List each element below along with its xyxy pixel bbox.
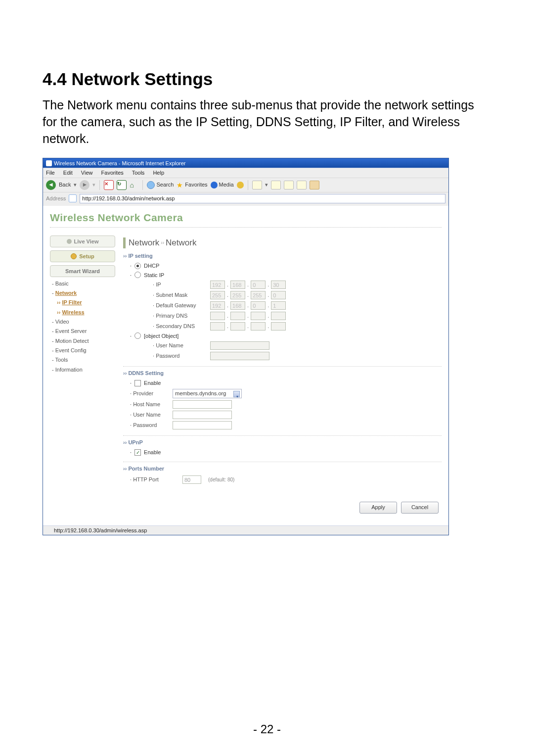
ddns-pass-input[interactable] [173, 421, 232, 429]
ddns-host-input[interactable] [173, 400, 232, 409]
pd-oct1[interactable] [210, 312, 225, 320]
radio-dhcp-row[interactable]: DHCP [130, 262, 442, 269]
print-button[interactable] [271, 181, 281, 189]
upnp-header: UPnP [123, 439, 442, 446]
sd-oct3[interactable] [251, 322, 266, 331]
sm-oct4[interactable]: 0 [271, 291, 286, 299]
sd-oct4[interactable] [271, 322, 286, 331]
pd-oct2[interactable] [230, 312, 245, 320]
research-button[interactable] [310, 181, 319, 189]
pppoe-pass-input[interactable] [210, 352, 269, 360]
history-button[interactable] [237, 182, 244, 189]
http-port-row: HTTP Port 80 (default: 80) [130, 475, 442, 484]
ddns-provider-select[interactable]: members.dyndns.org▾ [173, 389, 242, 398]
statusbar-url: http://192.168.0.30/admin/wireless.asp [54, 527, 147, 534]
media-button[interactable]: Media [211, 181, 234, 188]
ip-oct1[interactable]: 192 [210, 281, 225, 289]
gw-oct2[interactable]: 168 [230, 301, 245, 310]
window-title: Wireless Network Camera - Microsoft Inte… [54, 160, 186, 167]
nav-basic[interactable]: Basic [52, 280, 115, 287]
nav-event-server[interactable]: Event Server [52, 328, 115, 334]
pppoe-radio[interactable] [134, 332, 141, 339]
browser-menubar[interactable]: File Edit View Favorites Tools Help [43, 168, 448, 177]
nav-information[interactable]: Information [52, 366, 115, 373]
nav-ipfilter[interactable]: IP Filter [57, 299, 115, 306]
nav-video[interactable]: Video [52, 318, 115, 325]
static-ip-radio[interactable] [134, 272, 141, 278]
radio-pppoe-row[interactable]: [object Object] [130, 332, 442, 339]
stop-button[interactable]: ✕ [104, 180, 114, 190]
ip-oct3[interactable]: 0 [251, 281, 266, 289]
ie-icon [46, 160, 52, 166]
ddns-enable-checkbox[interactable] [134, 380, 141, 386]
http-port-hint: (default: 80) [208, 476, 234, 483]
page-icon [46, 527, 52, 533]
tab-live-view[interactable]: Live View [50, 236, 115, 247]
gw-oct3[interactable]: 0 [251, 301, 266, 310]
doc-intro-paragraph: The Network menu contains three sub-menu… [43, 97, 491, 147]
menu-favorites[interactable]: Favorites [101, 170, 124, 176]
sd-oct1[interactable] [210, 322, 225, 331]
upnp-enable-label: Enable [144, 449, 161, 456]
upnp-enable-row[interactable]: ✓ Enable [130, 449, 442, 456]
ip-oct4[interactable]: 30 [271, 281, 286, 289]
menu-file[interactable]: File [46, 170, 55, 176]
sd-oct2[interactable] [230, 322, 245, 331]
nav-network[interactable]: Network IP Filter Wireless [52, 289, 115, 316]
search-button[interactable]: Search [147, 181, 174, 189]
gateway-row: Default Gateway 192. 168. 0. 1 [153, 301, 442, 310]
browser-addressbar: Address http://192.168.0.30/admin/networ… [43, 192, 448, 206]
discuss-button[interactable] [297, 181, 307, 189]
section-upnp: UPnP ✓ Enable [123, 439, 442, 463]
address-input[interactable]: http://192.168.0.30/admin/network.asp [80, 194, 445, 203]
sm-oct2[interactable]: 255 [230, 291, 245, 299]
refresh-button[interactable]: ↻ [117, 180, 127, 190]
back-button[interactable]: ◄ [46, 180, 56, 190]
radio-static-row[interactable]: Static IP [130, 272, 442, 279]
edit-button[interactable] [284, 181, 294, 189]
breadcrumb: Network››Network [123, 237, 442, 248]
setup-icon [71, 253, 77, 259]
camera-admin-page: Wireless Network Camera Live View Setup … [43, 206, 448, 525]
ip-row: IP 192. 168. 0. 30 [153, 281, 442, 289]
favorites-button[interactable]: ★Favorites [177, 181, 207, 188]
main-content: Network››Network IP setting DHCP Static … [123, 236, 442, 517]
ddns-user-input[interactable] [173, 411, 232, 419]
action-buttons: Apply Cancel [123, 502, 439, 514]
mail-button[interactable] [252, 181, 262, 189]
search-icon [147, 181, 155, 189]
back-label[interactable]: Back [59, 181, 71, 188]
nav-motion-detect[interactable]: Motion Detect [52, 337, 115, 344]
pppoe-user-input[interactable] [210, 341, 269, 350]
pd-oct3[interactable] [251, 312, 266, 320]
gw-oct1[interactable]: 192 [210, 301, 225, 310]
cancel-button[interactable]: Cancel [401, 502, 439, 514]
nav-event-config[interactable]: Event Config [52, 347, 115, 354]
nav-wireless[interactable]: Wireless [57, 309, 115, 316]
section-ports: Ports Number HTTP Port 80 (default: 80) [123, 465, 442, 489]
dhcp-radio[interactable] [134, 263, 141, 269]
menu-view[interactable]: View [81, 170, 93, 176]
sidebar: Live View Setup Smart Wizard Basic Netwo… [50, 236, 115, 517]
menu-edit[interactable]: Edit [63, 170, 73, 176]
apply-button[interactable]: Apply [359, 502, 397, 514]
upnp-enable-checkbox[interactable]: ✓ [134, 449, 141, 456]
sm-oct1[interactable]: 255 [210, 291, 225, 299]
ip-oct2[interactable]: 168 [230, 281, 245, 289]
ddns-enable-row[interactable]: Enable [130, 379, 442, 386]
pd-oct4[interactable] [271, 312, 286, 320]
sm-oct3[interactable]: 255 [251, 291, 266, 299]
page-number: - 22 - [0, 722, 534, 736]
tab-setup[interactable]: Setup [50, 250, 115, 262]
tab-smart-wizard[interactable]: Smart Wizard [50, 265, 115, 277]
forward-button[interactable]: ► [80, 180, 89, 190]
menu-help[interactable]: Help [153, 170, 164, 176]
ddns-provider-row: Provider members.dyndns.org▾ [130, 389, 442, 398]
menu-tools[interactable]: Tools [132, 170, 145, 176]
page-icon [69, 194, 77, 202]
home-button[interactable]: ⌂ [130, 181, 138, 189]
browser-toolbar: ◄ Back ▾ ► ▾ ✕ ↻ ⌂ Search ★Favorites Med… [43, 178, 448, 192]
nav-tools[interactable]: Tools [52, 356, 115, 363]
http-port-input[interactable]: 80 [182, 475, 201, 484]
gw-oct4[interactable]: 1 [271, 301, 286, 310]
